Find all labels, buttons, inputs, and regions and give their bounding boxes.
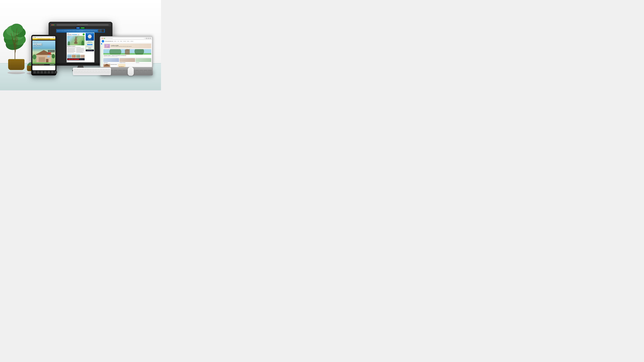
laptop-content-grid: Brookgreen Gardens — A Haven for Conserv…: [103, 49, 151, 67]
laptop-small-card-image-3: [136, 58, 151, 62]
tablet-announcement: Now Offering Virtual Tours on Our Listin…: [32, 38, 55, 40]
laptop-article-text: A haven for conservation, art and educat…: [104, 56, 151, 57]
keyboard-row-2: [74, 70, 110, 71]
laptop-main-article: Brookgreen Gardens — A Haven for Conserv…: [103, 49, 151, 57]
monitor-rental-banner: ANNUAL RENTAL MANAGEMENT Local Postal Cu…: [67, 58, 84, 60]
tablet-url-bar[interactable]: digitalink5.com/coagins: [36, 37, 52, 38]
laptop-nav-jobs[interactable]: Jobs: [118, 41, 119, 42]
home-nav-btn[interactable]: HOME: [76, 27, 80, 29]
laptop-key: [138, 73, 152, 74]
laptop-key: [118, 70, 122, 71]
main-scene: HOME INSIDER WOULD YOU LIKE TO RECEIVE F…: [0, 0, 161, 90]
laptop-url-bar[interactable]: Screenshot/coastal+ins: [106, 38, 144, 39]
laptop-small-card-body-3: Garden Tour: [136, 62, 151, 63]
monitor-postal-text: Postal Customer: [80, 59, 84, 60]
tablet-homes-sale: HOMES FOR SALE: [48, 50, 55, 51]
tablet-magazine: Now Offering Virtual Tours on Our Listin…: [32, 38, 55, 70]
laptop-key: [112, 71, 116, 72]
tablet-date-bar: JUNE 2021: [32, 40, 55, 41]
laptop-small-card-title-1: Surfside Beach: [104, 62, 118, 63]
svg-rect-40: [47, 56, 50, 57]
monitor-banner-text: WOULD YOU LIKE TO RECEIVE FREE HOME DELI…: [57, 30, 97, 31]
laptop-small-card-title-3: Garden Tour: [136, 62, 151, 63]
monitor-qr-code: [98, 29, 101, 32]
monitor-surfside: Surfside Beach: [87, 44, 92, 45]
laptop-wide-card-content: Coastal Home Feature Real Estate • June …: [110, 64, 118, 67]
laptop-article-title: Brookgreen Gardens — A Haven for Conserv…: [104, 55, 151, 56]
tablet-logo-insider: INSIDER: [33, 46, 42, 47]
laptop-nav-items: Animals Jobs People Featured Opinion Adv…: [114, 41, 133, 42]
laptop-site-logo: i: [102, 40, 104, 43]
monitor-realestate-box: Real Estate Section: [86, 50, 94, 51]
keyboard-key: [76, 69, 78, 70]
svg-rect-56: [104, 66, 110, 67]
monitor-featured-homes: Coastal Home Insider featured homes: [67, 53, 84, 58]
laptop-key: [144, 70, 148, 71]
laptop-nav-people[interactable]: People: [120, 41, 122, 42]
tablet-icon-4: [44, 71, 46, 73]
monitor-url-bar[interactable]: [56, 24, 109, 26]
tablet-removable: REMOVABLE: [50, 64, 55, 65]
monitor-homes-row: [67, 55, 84, 58]
laptop-small-card-3: Garden Tour: [136, 58, 151, 63]
monitor-top-banner: WOULD YOU LIKE TO RECEIVE FREE HOME DELI…: [56, 29, 105, 33]
laptop-close-dot: [102, 38, 102, 39]
insider-nav-btn[interactable]: INSIDER: [80, 27, 84, 29]
tablet-icon-6: [51, 71, 54, 73]
laptop-screen: Screenshot/coastal+ins i TheCoastalInsid…: [101, 37, 152, 67]
monitor-annual-rental: ANNUAL RENTAL MANAGEMENT: [68, 59, 80, 60]
keyboard-key: [106, 70, 110, 71]
keyboard-key: [100, 69, 102, 70]
monitor-main-column: THE COASTAL INSIDER .COM 5: [67, 33, 85, 62]
tablet-logo-home: HOME: [33, 43, 42, 46]
tablet-phone-bar: LIST WITH US: 843-974-6770 REMOVABLE: [32, 64, 55, 66]
keyboard-spacebar: [80, 72, 104, 73]
tablet-phone: LIST WITH US: 843-974-6770: [33, 64, 44, 65]
laptop-small-card-image-1: [103, 58, 119, 62]
home-thumb-4: [80, 55, 84, 58]
home-thumb-1: [67, 55, 71, 58]
svg-point-51: [134, 49, 144, 55]
svg-point-47: [107, 46, 109, 48]
laptop-browser-icon-2: [148, 38, 149, 39]
laptop-ad-image: [104, 44, 110, 48]
laptop-key: [137, 71, 141, 72]
browser-minimize-dot: [52, 25, 54, 25]
laptop-small-card-1: Surfside Beach: [103, 58, 119, 63]
laptop-url-text: Screenshot/coastal+ins: [106, 38, 144, 39]
laptop-key: [135, 70, 139, 71]
laptop-nav-opinion[interactable]: Opinion: [127, 41, 129, 42]
monitor-advertise-box: Advertise with Us Laura Garren 943-242-0…: [86, 33, 94, 41]
keyboard-key: [87, 69, 89, 70]
laptop-nav-advertise[interactable]: Advertise: [130, 41, 133, 42]
tablet-reallink-badge: RealLink: [48, 53, 51, 54]
browser-close-dot: [51, 25, 52, 25]
keyboard-key: [97, 69, 100, 70]
laptop-nav-animals[interactable]: Animals: [114, 41, 116, 42]
keyboard-key: [92, 69, 94, 70]
laptop-top-ad: 3 CATS & A DOG WE VISIT ALL ANIMALS & RE…: [103, 44, 151, 48]
keyboard-key: [90, 69, 92, 70]
laptop-space-key: [115, 73, 138, 74]
svg-point-41: [32, 55, 36, 59]
tablet-device: digitalink5.com/coagins Now Offering Vir…: [31, 35, 56, 75]
laptop-wide-svg: [103, 64, 110, 67]
laptop-small-card-body-2: Brookgreen Gardens: [120, 62, 135, 63]
keyboard-key: [95, 69, 97, 70]
tablet-bottom-bar: [32, 70, 55, 74]
keyboard-key: [79, 69, 81, 70]
laptop-main-content: 3 CATS & A DOG WE VISIT ALL ANIMALS & RE…: [102, 43, 152, 67]
laptop-key: [139, 70, 143, 71]
laptop-browser-icon-1: [146, 38, 147, 39]
laptop-nav-featured[interactable]: Featured: [123, 41, 126, 42]
keyboard-key: [95, 70, 98, 71]
monitor-featured-label: Coastal Home Insider featured homes: [67, 54, 84, 55]
monitor-advertise-title: Advertise with Us: [86, 34, 93, 34]
monitor-contact: Local Postal Customer: [80, 59, 84, 60]
keyboard-key: [92, 70, 95, 71]
plant-svg: [1, 24, 28, 62]
monitor-center-label: CENTER: [88, 48, 92, 49]
tablet-icon-7: [55, 71, 57, 73]
laptop-nav: i TheCoastalInsider.com Animals Jobs Peo…: [101, 40, 152, 43]
monitor-sidebar: Advertise with Us Laura Garren 943-242-0…: [85, 33, 94, 62]
